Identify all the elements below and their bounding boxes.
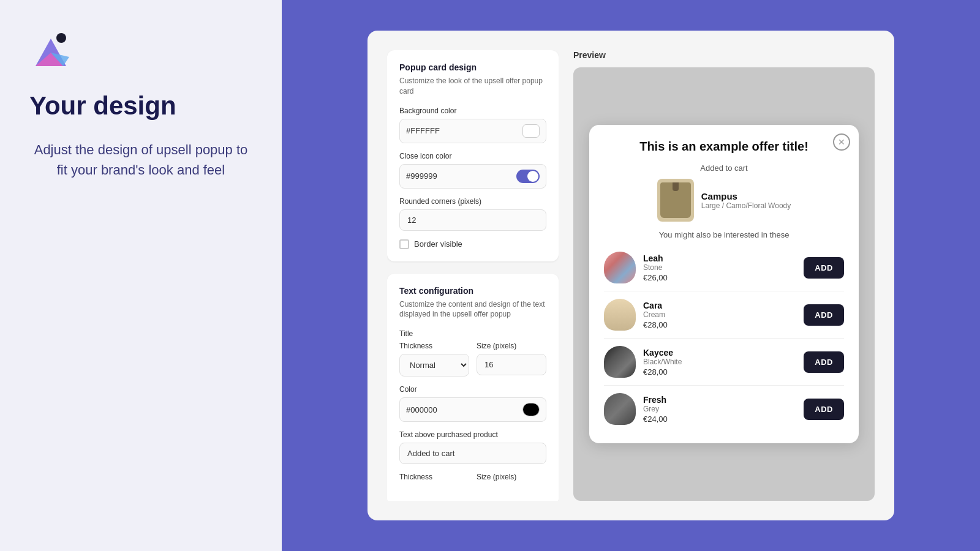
- text-above-field: Text above purchased product: [399, 430, 546, 464]
- product-price-leah: €26,00: [643, 273, 796, 282]
- hat-leah-icon: [604, 252, 636, 283]
- popup-offer-title: This is an example offer title!: [604, 140, 844, 154]
- product-price-kaycee: €28,00: [643, 367, 796, 377]
- text-config-title: Text configuration: [399, 286, 546, 296]
- cart-product-row: Campus Large / Camo/Floral Woody: [657, 179, 791, 222]
- title-field-label: Title: [399, 329, 546, 338]
- text-config-section: Text configuration Customize the content…: [387, 274, 559, 501]
- text-above-size-label: Size (pixels): [477, 473, 546, 481]
- bg-color-swatch: [522, 124, 540, 138]
- size-label: Size (pixels): [477, 342, 546, 350]
- divider-1: [604, 291, 844, 291]
- title-thickness-field: Thickness Normal Bold Light: [399, 342, 469, 377]
- add-button-cara[interactable]: ADD: [804, 304, 844, 326]
- product-name-cara: Cara: [643, 301, 796, 310]
- divider-3: [604, 385, 844, 386]
- close-icon-color-field: Close icon color: [399, 152, 546, 189]
- right-panel: Popup card design Customize the look of …: [282, 0, 980, 551]
- thickness-select[interactable]: Normal Bold Light: [399, 354, 469, 377]
- bg-color-label: Background color: [399, 107, 546, 115]
- product-name-fresh: Fresh: [643, 395, 796, 405]
- rounded-corners-field: Rounded corners (pixels): [399, 197, 546, 231]
- close-icon-toggle[interactable]: [516, 170, 540, 183]
- product-image-leah: [604, 252, 636, 283]
- product-variant-kaycee: Black/White: [643, 358, 796, 366]
- cart-product-variant: Large / Camo/Floral Woody: [701, 201, 791, 210]
- preview-label: Preview: [573, 50, 875, 60]
- text-above-size-field: Size (pixels): [477, 473, 546, 485]
- product-list: Leah Stone €26,00 ADD: [604, 248, 844, 429]
- text-above-thickness-field: Thickness: [399, 473, 469, 485]
- rounded-corners-input[interactable]: [399, 209, 546, 231]
- product-info-kaycee: Kaycee Black/White €28,00: [643, 348, 796, 377]
- page-subtitle: Adjust the design of upsell popup to fit…: [29, 140, 252, 180]
- add-button-leah[interactable]: ADD: [804, 257, 844, 279]
- popup-card-design-desc: Customize the look of the upsell offer p…: [399, 76, 546, 97]
- main-card: Popup card design Customize the look of …: [368, 31, 894, 520]
- title-color-field: Color: [399, 385, 546, 422]
- product-row-fresh: Fresh Grey €24,00 ADD: [604, 389, 844, 429]
- divider-2: [604, 338, 844, 339]
- product-row-cara: Cara Cream €28,00 ADD: [604, 295, 844, 334]
- bg-color-input[interactable]: [406, 126, 518, 135]
- config-panel: Popup card design Customize the look of …: [387, 50, 559, 501]
- title-thickness-size-row: Thickness Normal Bold Light Size (pixels…: [399, 342, 546, 385]
- bg-color-input-row[interactable]: [399, 119, 546, 143]
- title-color-input[interactable]: [406, 405, 518, 414]
- popup-card: ✕ This is an example offer title! Added …: [589, 125, 859, 443]
- text-config-desc: Customize the content and design of the …: [399, 299, 546, 320]
- product-name-leah: Leah: [643, 253, 796, 263]
- svg-point-0: [56, 33, 66, 43]
- jacket-icon: [660, 182, 691, 218]
- product-image-cara: [604, 299, 636, 331]
- product-info-cara: Cara Cream €28,00: [643, 301, 796, 329]
- popup-close-button[interactable]: ✕: [833, 133, 850, 151]
- border-visible-label: Border visible: [414, 239, 462, 249]
- rounded-corners-label: Rounded corners (pixels): [399, 197, 546, 206]
- add-button-kaycee[interactable]: ADD: [804, 351, 844, 373]
- close-icon-color-input[interactable]: [406, 171, 511, 181]
- upsell-label: You might also be interested in these: [604, 230, 844, 239]
- page-title: Your design: [29, 92, 252, 120]
- product-row-leah: Leah Stone €26,00 ADD: [604, 248, 844, 287]
- product-variant-cara: Cream: [643, 310, 796, 319]
- preview-background: ✕ This is an example offer title! Added …: [573, 67, 875, 501]
- title-color-swatch: [522, 403, 540, 416]
- hat-cara-icon: [604, 299, 636, 331]
- logo-icon: [29, 29, 72, 72]
- product-price-cara: €28,00: [643, 320, 796, 329]
- product-row-kaycee: Kaycee Black/White €28,00 ADD: [604, 342, 844, 381]
- close-icon-color-label: Close icon color: [399, 152, 546, 160]
- added-to-cart-section: Added to cart Campus Large / Camo/Floral…: [604, 163, 844, 222]
- cart-product-name: Campus: [701, 191, 791, 201]
- product-image-kaycee: [604, 346, 636, 378]
- added-to-cart-label: Added to cart: [700, 163, 747, 173]
- thickness-label: Thickness: [399, 342, 469, 350]
- cart-product-image: [657, 179, 694, 222]
- cart-product-info: Campus Large / Camo/Floral Woody: [701, 191, 791, 210]
- left-panel: Your design Adjust the design of upsell …: [0, 0, 282, 551]
- product-price-fresh: €24,00: [643, 414, 796, 424]
- add-button-fresh[interactable]: ADD: [804, 399, 844, 420]
- bg-color-field: Background color: [399, 107, 546, 143]
- product-variant-leah: Stone: [643, 263, 796, 272]
- text-above-label: Text above purchased product: [399, 430, 546, 439]
- title-color-label: Color: [399, 385, 546, 394]
- product-info-leah: Leah Stone €26,00: [643, 253, 796, 282]
- hat-kaycee-icon: [604, 346, 636, 378]
- title-color-input-row[interactable]: [399, 397, 546, 422]
- title-size-field: Size (pixels): [477, 342, 546, 377]
- text-above-input[interactable]: [399, 443, 546, 464]
- close-icon-color-input-row[interactable]: [399, 164, 546, 189]
- text-above-thickness-label: Thickness: [399, 473, 469, 481]
- hat-fresh-icon: [604, 393, 636, 425]
- product-image-fresh: [604, 393, 636, 425]
- preview-panel: Preview ✕ This is an example offer title…: [573, 50, 875, 501]
- text-above-thickness-size-row: Thickness Size (pixels): [399, 473, 546, 493]
- product-info-fresh: Fresh Grey €24,00: [643, 395, 796, 424]
- border-visible-row[interactable]: Border visible: [399, 239, 546, 249]
- product-variant-fresh: Grey: [643, 405, 796, 413]
- popup-card-design-title: Popup card design: [399, 62, 546, 72]
- size-input[interactable]: [477, 354, 546, 375]
- border-visible-checkbox[interactable]: [399, 239, 409, 249]
